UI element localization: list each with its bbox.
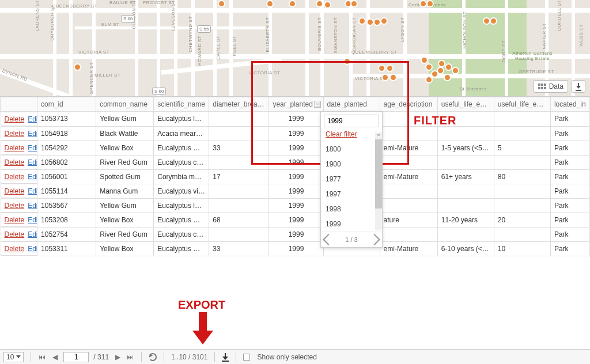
table-row[interactable]: DeleteEdit1056802River Red GumEucalyptus… — [1, 155, 590, 169]
prev-page-button[interactable]: ◀ — [51, 353, 59, 361]
data-point[interactable] — [452, 67, 459, 74]
map[interactable]: VICTORIA ST QUEENSBERRY ST QUEENSBERRY S… — [0, 0, 590, 97]
cell-ule2 — [494, 112, 550, 127]
data-point[interactable] — [425, 63, 433, 71]
cell-ule2 — [494, 126, 550, 141]
table-row[interactable]: DeleteEdit1052754River Red GumEucalyptus… — [1, 227, 590, 241]
edit-link[interactable]: Edit — [28, 130, 37, 138]
edit-link[interactable]: Edit — [28, 202, 37, 210]
edit-link[interactable]: Edit — [28, 187, 37, 195]
header-date-planted[interactable]: date_planted — [323, 97, 380, 112]
filter-scrollbar[interactable] — [375, 132, 382, 230]
label-provost: PROVOST ST — [143, 0, 175, 5]
data-point[interactable] — [378, 65, 385, 72]
filter-option[interactable]: 1999 — [321, 217, 382, 232]
data-point[interactable] — [74, 63, 81, 71]
data-point[interactable] — [421, 56, 428, 64]
table-row[interactable]: DeleteEdit1053208Yellow BoxEucalyptus me… — [1, 213, 590, 227]
data-point[interactable] — [324, 1, 331, 9]
edit-link[interactable]: Edit — [28, 144, 37, 152]
delete-link[interactable]: Delete — [5, 130, 25, 138]
delete-link[interactable]: Delete — [5, 173, 25, 181]
data-point[interactable] — [266, 0, 274, 7]
refresh-button[interactable] — [149, 353, 157, 361]
delete-link[interactable]: Delete — [5, 202, 25, 210]
map-data-button[interactable]: Data — [534, 80, 568, 93]
header-located-in[interactable]: located_in — [550, 97, 589, 112]
table-row[interactable]: DeleteEdit1054918Black WattleAcacia mear… — [1, 126, 590, 141]
next-page-button[interactable]: ▶ — [114, 353, 122, 361]
delete-link[interactable]: Delete — [5, 245, 25, 253]
label-atherton: Atherton Gardens Housing Estate — [509, 51, 555, 61]
edit-link[interactable]: Edit — [28, 245, 37, 253]
delete-link[interactable]: Delete — [5, 187, 25, 195]
clear-filter-link[interactable]: Clear filter — [326, 130, 382, 138]
edit-link[interactable]: Edit — [28, 216, 37, 224]
data-point[interactable] — [373, 18, 381, 26]
data-point[interactable] — [343, 58, 351, 65]
last-page-button[interactable]: ⏭ — [126, 353, 134, 361]
filter-option[interactable]: 1997 — [321, 187, 382, 202]
download-icon — [576, 83, 581, 90]
header-diameter[interactable]: diameter_breast_ — [209, 97, 269, 112]
label-victoria2: VICTORIA ST — [249, 70, 280, 75]
header-scientific-name[interactable]: scientific_name — [154, 97, 209, 112]
edit-link[interactable]: Edit — [28, 173, 37, 181]
delete-link[interactable]: Delete — [5, 230, 25, 238]
data-point[interactable] — [444, 74, 451, 81]
data-point[interactable] — [218, 0, 225, 7]
table-row[interactable]: DeleteEdit1053713Yellow GumEucalyptus le… — [1, 112, 590, 127]
filter-option[interactable]: 1800 — [321, 142, 382, 157]
filter-input[interactable] — [324, 115, 379, 127]
table-row[interactable]: DeleteEdit1053567Yellow GumEucalyptus le… — [1, 198, 590, 213]
table-row[interactable]: DeleteEdit1055114Manna GumEucalyptus vim… — [1, 184, 590, 198]
cell-located-in: Park — [550, 126, 589, 141]
filter-options: 180019001977199719981999 — [321, 142, 382, 232]
filter-option[interactable]: 1998 — [321, 202, 382, 217]
filter-option[interactable]: 1900 — [321, 157, 382, 172]
data-point[interactable] — [490, 17, 497, 25]
filter-option[interactable]: 1977 — [321, 172, 382, 187]
header-common-name[interactable]: common_name — [96, 97, 154, 112]
data-point[interactable] — [389, 74, 397, 81]
delete-link[interactable]: Delete — [5, 115, 25, 123]
data-point[interactable] — [289, 0, 296, 7]
cell-scientific-name: Eucalyptus mel... — [154, 241, 209, 256]
header-year-planted[interactable]: year_planted — [269, 97, 323, 112]
data-point[interactable] — [425, 76, 433, 84]
show-selected-checkbox[interactable] — [243, 354, 250, 361]
filter-icon[interactable] — [314, 101, 321, 108]
edit-link[interactable]: Edit — [28, 115, 37, 123]
data-point[interactable] — [358, 17, 366, 25]
data-point[interactable] — [381, 74, 389, 81]
delete-link[interactable]: Delete — [5, 144, 25, 152]
filter-next-page[interactable] — [369, 234, 380, 245]
page-number-input[interactable] — [63, 352, 89, 362]
cell-year-planted: 1999 — [269, 155, 323, 169]
table-row[interactable]: DeleteEdit1054292Yellow BoxEucalyptus me… — [1, 141, 590, 155]
cell-age-desc: emi-Mature — [380, 241, 437, 256]
header-age-desc[interactable]: age_description — [380, 97, 437, 112]
data-point[interactable] — [437, 67, 444, 74]
edit-link[interactable]: Edit — [28, 158, 37, 166]
data-point[interactable] — [350, 0, 358, 7]
data-point[interactable] — [386, 65, 394, 72]
cell-ule2: 20 — [494, 213, 550, 227]
map-download-button[interactable] — [572, 80, 585, 93]
delete-link[interactable]: Delete — [5, 216, 25, 224]
table-row[interactable]: DeleteEdit1053311Yellow BoxEucalyptus me… — [1, 241, 590, 256]
header-ule1[interactable]: useful_life_expec — [437, 97, 494, 112]
filter-prev-page[interactable] — [323, 234, 334, 245]
page-size-select[interactable]: 10 — [3, 352, 24, 362]
data-point[interactable] — [380, 17, 388, 25]
delete-link[interactable]: Delete — [5, 158, 25, 166]
data-point[interactable] — [426, 0, 434, 7]
table-row[interactable]: DeleteEdit1056001Spotted GumCorymbia mac… — [1, 169, 590, 184]
first-page-button[interactable]: ⏮ — [38, 353, 46, 361]
header-ule2[interactable]: useful_life_expec — [494, 97, 550, 112]
cell-year-planted: 1999 — [269, 227, 323, 241]
export-button[interactable] — [222, 353, 229, 361]
edit-link[interactable]: Edit — [28, 230, 37, 238]
header-com-id[interactable]: com_id — [37, 97, 96, 112]
data-point[interactable] — [316, 0, 323, 7]
